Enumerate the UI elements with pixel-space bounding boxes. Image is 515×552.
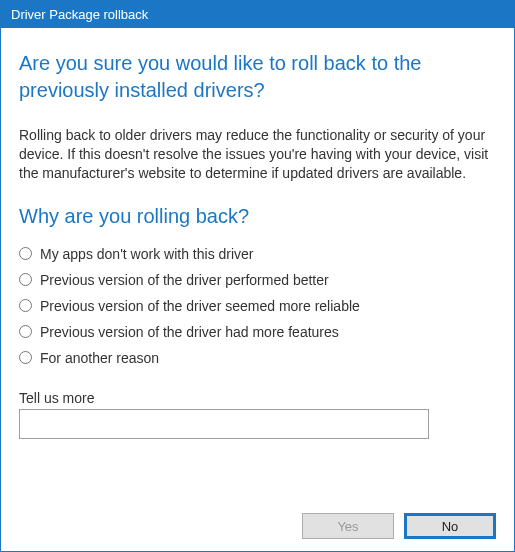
- titlebar: Driver Package rollback: [1, 1, 514, 28]
- reason-label: Previous version of the driver seemed mo…: [40, 298, 360, 314]
- no-button[interactable]: No: [404, 513, 496, 539]
- reason-label: Previous version of the driver performed…: [40, 272, 329, 288]
- reason-label: For another reason: [40, 350, 159, 366]
- dialog-subheading: Why are you rolling back?: [19, 205, 496, 228]
- reason-option-more-reliable[interactable]: Previous version of the driver seemed mo…: [19, 298, 496, 314]
- reason-label: Previous version of the driver had more …: [40, 324, 339, 340]
- reason-radio-more-reliable[interactable]: [19, 299, 32, 312]
- button-row: Yes No: [19, 497, 496, 539]
- dialog-window: Driver Package rollback Are you sure you…: [0, 0, 515, 552]
- reason-option-apps-dont-work[interactable]: My apps don't work with this driver: [19, 246, 496, 262]
- dialog-content: Are you sure you would like to roll back…: [1, 28, 514, 551]
- reason-option-more-features[interactable]: Previous version of the driver had more …: [19, 324, 496, 340]
- reason-option-another-reason[interactable]: For another reason: [19, 350, 496, 366]
- reason-radio-performed-better[interactable]: [19, 273, 32, 286]
- reason-radio-more-features[interactable]: [19, 325, 32, 338]
- tell-us-more-label: Tell us more: [19, 390, 496, 406]
- dialog-description: Rolling back to older drivers may reduce…: [19, 126, 496, 183]
- reason-option-performed-better[interactable]: Previous version of the driver performed…: [19, 272, 496, 288]
- reason-radio-apps-dont-work[interactable]: [19, 247, 32, 260]
- reason-radio-group: My apps don't work with this driver Prev…: [19, 246, 496, 376]
- titlebar-title: Driver Package rollback: [11, 7, 148, 22]
- reason-label: My apps don't work with this driver: [40, 246, 254, 262]
- tell-us-more-input[interactable]: [19, 409, 429, 439]
- yes-button[interactable]: Yes: [302, 513, 394, 539]
- reason-radio-another-reason[interactable]: [19, 351, 32, 364]
- dialog-heading: Are you sure you would like to roll back…: [19, 50, 496, 104]
